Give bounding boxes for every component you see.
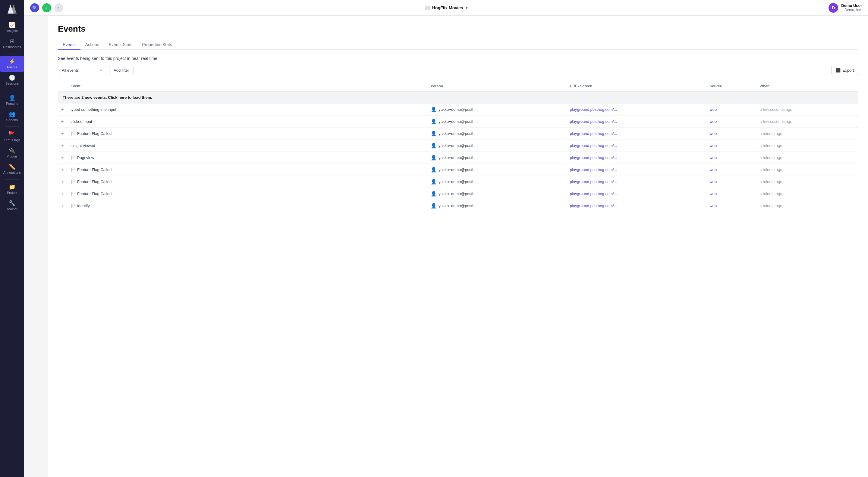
expand-plus[interactable]: + [58, 116, 67, 128]
add-filter-button[interactable]: Add filter [109, 66, 133, 75]
source-cell: web [706, 200, 756, 212]
feat-flags-icon: 🚩 [9, 132, 16, 137]
controls-row: All events ▾ Add filter ⬛ Export [58, 66, 858, 75]
url-link[interactable]: playground.posthog.com/... [570, 119, 617, 124]
sidebar-item-plugins[interactable]: 🔌 Plugins [0, 145, 24, 161]
sidebar-item-events[interactable]: ⚡ Events [0, 56, 24, 72]
event-name-text: clicked input [70, 119, 92, 124]
source-badge: web [710, 107, 717, 112]
new-events-notification[interactable]: There are 2 new events. Click here to lo… [58, 92, 858, 104]
source-cell: web [706, 176, 756, 188]
url-link[interactable]: playground.posthog.com/... [570, 156, 617, 160]
url-link[interactable]: playground.posthog.com/... [570, 204, 617, 208]
expand-plus[interactable]: + [58, 164, 67, 176]
person-cell: 👤 yakko+demo@posth... [427, 200, 566, 212]
person-name: yakko+demo@posth... [438, 143, 478, 148]
sidebar-item-dashboards[interactable]: ⊞ Dashboards [0, 36, 24, 52]
table-row[interactable]: + 🏳️ Feature Flag Called 👤 yakko+demo@po… [58, 164, 858, 176]
url-link[interactable]: playground.posthog.com/... [570, 179, 617, 184]
new-events-message[interactable]: There are 2 new events. Click here to lo… [58, 92, 858, 104]
event-name-cell: 🏳️ Feature Flag Called [67, 128, 427, 140]
tab-events[interactable]: Events [58, 40, 81, 50]
sidebar-item-sessions[interactable]: 🕐 Sessions [0, 72, 24, 88]
table-row[interactable]: + 🏳️ Feature Flag Called 👤 yakko+demo@po… [58, 128, 858, 140]
url-link[interactable]: playground.posthog.com/... [570, 167, 617, 172]
sidebar-item-project[interactable]: 📁 Project [0, 181, 24, 198]
expand-plus[interactable]: + [58, 140, 67, 152]
event-name-cell: 🏳️ Pageview [67, 152, 427, 164]
table-row[interactable]: + 🏳️ Feature Flag Called 👤 yakko+demo@po… [58, 188, 858, 200]
when-cell: a minute ago [756, 176, 858, 188]
url-link[interactable]: playground.posthog.com/... [570, 107, 617, 112]
person-name: yakko+demo@posth... [438, 204, 478, 208]
sidebar-item-insights[interactable]: 📈 Insights [0, 19, 24, 36]
project-icon: 📁 [9, 184, 16, 190]
url-cell: playground.posthog.com/... [566, 188, 706, 200]
expand-plus[interactable]: + [58, 152, 67, 164]
source-badge: web [710, 179, 717, 184]
expand-plus[interactable]: + [58, 188, 67, 200]
sidebar-item-feat-flags[interactable]: 🚩 Feat. Flags [0, 129, 24, 145]
sidebar-item-toolbar[interactable]: 🔧 Toolbar [0, 198, 24, 214]
sidebar-item-label: Events [7, 65, 17, 69]
page-subtitle: See events being sent to this project in… [58, 56, 858, 61]
table-row[interactable]: + clicked input 👤 yakko+demo@posth... pl… [58, 116, 858, 128]
url-cell: playground.posthog.com/... [566, 116, 706, 128]
expand-plus[interactable]: + [58, 200, 67, 212]
table-row[interactable]: + 🏳️ Pageview 👤 yakko+demo@posth... play… [58, 152, 858, 164]
topbar-right: D Demo User Demo, Inc. [829, 3, 862, 13]
filter-value: All events [62, 68, 79, 73]
expand-plus[interactable]: + [58, 176, 67, 188]
sidebar-item-cohorts[interactable]: 👥 Cohorts [0, 108, 24, 125]
when-cell: a minute ago [756, 164, 858, 176]
url-link[interactable]: playground.posthog.com/... [570, 143, 617, 148]
project-icon-small: ⬜ [425, 5, 430, 10]
person-icon: 👤 [431, 191, 437, 197]
sidebar-item-persons[interactable]: 👤 Persons [0, 92, 24, 108]
url-cell: playground.posthog.com/... [566, 152, 706, 164]
url-link[interactable]: playground.posthog.com/... [570, 131, 617, 136]
source-badge: web [710, 131, 717, 136]
project-name: HogFlix Movies [432, 5, 463, 10]
sidebar-item-annotations[interactable]: ✏️ Annotations [0, 161, 24, 177]
table-row[interactable]: + insight viewed 👤 yakko+demo@posth... p… [58, 140, 858, 152]
dashboards-icon: ⊞ [10, 39, 14, 44]
source-cell: web [706, 116, 756, 128]
sidebar-divider [5, 54, 19, 54]
event-filter-select[interactable]: All events ▾ [58, 66, 106, 75]
event-type-icon: 🏳️ [70, 156, 75, 160]
table-row[interactable]: + 🏳️ Identify 👤 yakko+demo@posth... play… [58, 200, 858, 212]
project-selector[interactable]: ⬜ HogFlix Movies ▾ [425, 5, 467, 10]
expand-plus[interactable]: + [58, 104, 67, 116]
export-label: Export [842, 68, 854, 73]
sidebar-item-label: Project [7, 191, 17, 195]
source-cell: web [706, 140, 756, 152]
expand-plus[interactable]: + [58, 128, 67, 140]
event-name-text: Feature Flag Called [77, 131, 112, 136]
person-icon: 👤 [431, 118, 437, 124]
person-cell: 👤 yakko+demo@posth... [427, 188, 566, 200]
event-name-text: Feature Flag Called [77, 179, 112, 184]
url-link[interactable]: playground.posthog.com/... [570, 192, 617, 196]
sidebar-item-label: Persons [6, 102, 18, 105]
tab-actions[interactable]: Actions [81, 40, 104, 50]
upload-button[interactable]: ↑ [54, 3, 63, 12]
table-row[interactable]: + 🏳️ Feature Flag Called 👤 yakko+demo@po… [58, 176, 858, 188]
tab-events-stats[interactable]: Events Stats [104, 40, 137, 50]
table-row[interactable]: + typed something into input 👤 yakko+dem… [58, 104, 858, 116]
events-table-wrapper: Event Person URL / Screen Source When Th… [58, 81, 858, 212]
tab-properties-stats[interactable]: Properties Stats [137, 40, 177, 50]
events-table: Event Person URL / Screen Source When Th… [58, 81, 858, 212]
col-url-screen: URL / Screen [566, 81, 706, 92]
person-icon: 👤 [431, 143, 437, 148]
col-person: Person [427, 81, 566, 92]
sidebar-item-label: Sessions [5, 81, 19, 85]
person-name: yakko+demo@posth... [438, 107, 478, 112]
sessions-icon: 🕐 [9, 75, 16, 80]
url-cell: playground.posthog.com/... [566, 140, 706, 152]
person-icon: 👤 [431, 203, 437, 209]
event-name-cell: insight viewed [67, 140, 427, 152]
export-button[interactable]: ⬛ Export [831, 66, 858, 75]
search-button[interactable]: 🔍 [30, 3, 39, 12]
status-check-button[interactable]: ✓ [42, 3, 51, 12]
